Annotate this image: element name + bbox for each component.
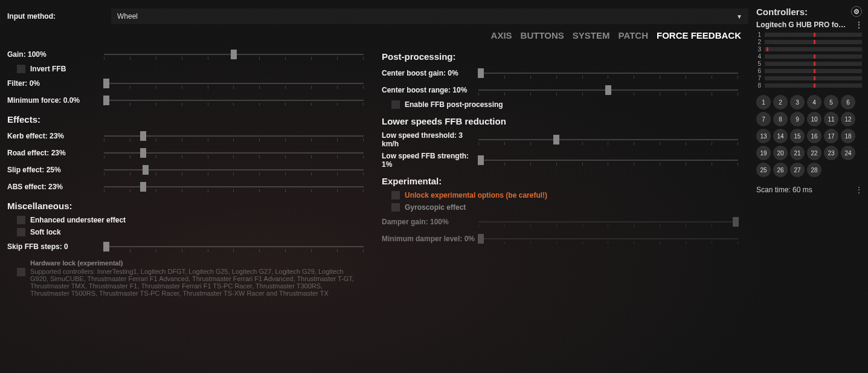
input-method-dropdown[interactable]: Wheel ▼ xyxy=(111,8,748,24)
controller-button-indicator: 3 xyxy=(790,95,805,109)
input-method-value: Wheel xyxy=(117,12,138,21)
controller-button-indicator: 11 xyxy=(824,112,838,126)
abs-slider[interactable] xyxy=(104,181,364,193)
controller-button-indicator: 19 xyxy=(756,146,771,160)
center-boost-gain-slider[interactable] xyxy=(478,67,738,79)
controller-button-indicator: 9 xyxy=(790,112,805,126)
axis-row: 3 xyxy=(756,46,862,53)
controller-button-indicator: 12 xyxy=(841,112,855,126)
checkbox-icon xyxy=(17,268,25,276)
axis-row: 8 xyxy=(756,82,862,89)
controller-button-indicator: 15 xyxy=(790,129,805,143)
controller-button-indicator: 27 xyxy=(790,163,805,177)
filter-label: Filter: 0% xyxy=(7,79,104,88)
damper-gain-slider xyxy=(478,216,738,228)
tab-buttons[interactable]: BUTTONS xyxy=(521,30,564,41)
controller-item[interactable]: Logitech G HUB PRO for Play... ⋮ xyxy=(756,21,862,29)
skip-ffb-slider[interactable] xyxy=(104,241,364,253)
effects-heading: Effects: xyxy=(7,114,364,125)
checkbox-icon xyxy=(391,100,400,109)
low-speed-strength-label: Low speed FFB strength: 1% xyxy=(382,152,478,169)
controller-button-indicator: 18 xyxy=(841,129,855,143)
slip-slider[interactable] xyxy=(104,164,364,176)
kerb-slider[interactable] xyxy=(104,130,364,142)
gear-icon[interactable]: ⚙ xyxy=(851,6,862,17)
axis-row: 1 xyxy=(756,31,862,38)
understeer-checkbox[interactable]: Enhanced understeer effect xyxy=(17,216,364,224)
controller-button-indicator: 14 xyxy=(773,129,788,143)
controller-button-indicator: 16 xyxy=(807,129,821,143)
tab-force-feedback[interactable]: FORCE FEEDBACK xyxy=(657,30,741,41)
more-icon[interactable]: ⋮ xyxy=(855,21,862,29)
controller-button-indicator: 4 xyxy=(807,95,821,109)
filter-slider[interactable] xyxy=(104,77,364,89)
controller-button-indicator: 6 xyxy=(841,95,855,109)
unlock-experimental-checkbox[interactable]: Unlock experimental options (be careful!… xyxy=(391,191,738,199)
skip-ffb-label: Skip FFB steps: 0 xyxy=(7,242,104,251)
min-force-label: Minimum force: 0.0% xyxy=(7,96,104,105)
lower-speeds-heading: Lower speeds FFB reduction xyxy=(382,116,738,126)
controller-button-indicator: 10 xyxy=(807,112,821,126)
checkbox-icon xyxy=(391,203,400,212)
axis-row: 5 xyxy=(756,60,862,67)
hardware-lock-title: Hardware lock (experimental) xyxy=(30,259,361,267)
invert-ffb-checkbox[interactable]: Invert FFB xyxy=(17,65,364,73)
kerb-label: Kerb effect: 23% xyxy=(7,132,104,140)
checkbox-icon xyxy=(17,228,25,236)
enable-post-processing-checkbox[interactable]: Enable FFB post-processing xyxy=(391,100,738,109)
checkbox-icon xyxy=(17,65,25,73)
min-damper-label: Minimum damper level: 0% xyxy=(382,235,478,243)
center-boost-gain-label: Center boost gain: 0% xyxy=(382,69,478,77)
controller-button-indicator: 20 xyxy=(773,146,788,160)
axis-row: 4 xyxy=(756,53,862,60)
misc-heading: Miscellaneous: xyxy=(7,201,364,211)
controller-button-indicator: 13 xyxy=(756,129,771,143)
chevron-down-icon: ▼ xyxy=(736,13,742,20)
center-boost-range-slider[interactable] xyxy=(478,84,738,96)
gain-label: Gain: 100% xyxy=(7,50,104,59)
hardware-lock-body: Supported controllers: InnerTesting1, Lo… xyxy=(30,268,361,297)
tab-patch[interactable]: PATCH xyxy=(619,30,648,41)
controller-button-indicator: 17 xyxy=(824,129,838,143)
low-speed-threshold-label: Low speed threshold: 3 km/h xyxy=(382,131,478,148)
controllers-heading: Controllers: xyxy=(756,7,808,17)
axis-row: 2 xyxy=(756,39,862,45)
controller-button-indicator: 7 xyxy=(756,112,771,126)
experimental-heading: Experimental: xyxy=(382,176,738,186)
soft-lock-checkbox[interactable]: Soft lock xyxy=(17,228,364,236)
controller-button-indicator: 25 xyxy=(756,163,771,177)
gyroscopic-effect-checkbox: Gyroscopic effect xyxy=(391,203,738,212)
input-method-label: Input method: xyxy=(7,12,104,21)
road-slider[interactable] xyxy=(104,147,364,159)
controller-button-indicator: 1 xyxy=(756,95,771,109)
min-force-slider[interactable] xyxy=(104,94,364,106)
damper-gain-label: Damper gain: 100% xyxy=(382,218,478,226)
slip-label: Slip effect: 25% xyxy=(7,166,104,174)
road-label: Road effect: 23% xyxy=(7,149,104,157)
min-damper-slider xyxy=(478,233,738,245)
tab-system[interactable]: SYSTEM xyxy=(573,30,610,41)
axis-row: 6 xyxy=(756,68,862,74)
tab-axis[interactable]: AXIS xyxy=(491,30,512,41)
post-processing-heading: Post-processing: xyxy=(382,51,738,62)
controller-button-indicator: 22 xyxy=(807,146,821,160)
scan-time-label: Scan time: 60 ms xyxy=(756,186,812,194)
controller-button-indicator: 21 xyxy=(790,146,805,160)
low-speed-strength-slider[interactable] xyxy=(478,154,738,166)
abs-label: ABS effect: 23% xyxy=(7,183,104,191)
controller-button-indicator: 26 xyxy=(773,163,788,177)
controller-button-indicator: 2 xyxy=(773,95,788,109)
checkbox-icon xyxy=(17,216,25,224)
center-boost-range-label: Center boost range: 10% xyxy=(382,86,478,94)
gain-slider[interactable] xyxy=(104,48,364,60)
controller-button-indicator: 23 xyxy=(824,146,838,160)
axis-row: 7 xyxy=(756,75,862,82)
controller-button-indicator: 28 xyxy=(807,163,821,177)
controller-button-indicator: 5 xyxy=(824,95,838,109)
low-speed-threshold-slider[interactable] xyxy=(478,134,738,146)
controller-button-indicator: 8 xyxy=(773,112,788,126)
more-icon[interactable]: ⋮ xyxy=(855,186,862,194)
checkbox-icon xyxy=(391,191,400,199)
controllers-sidebar: Controllers: ⚙ Logitech G HUB PRO for Pl… xyxy=(756,6,862,194)
hardware-lock-checkbox[interactable]: Hardware lock (experimental) Supported c… xyxy=(17,259,361,297)
